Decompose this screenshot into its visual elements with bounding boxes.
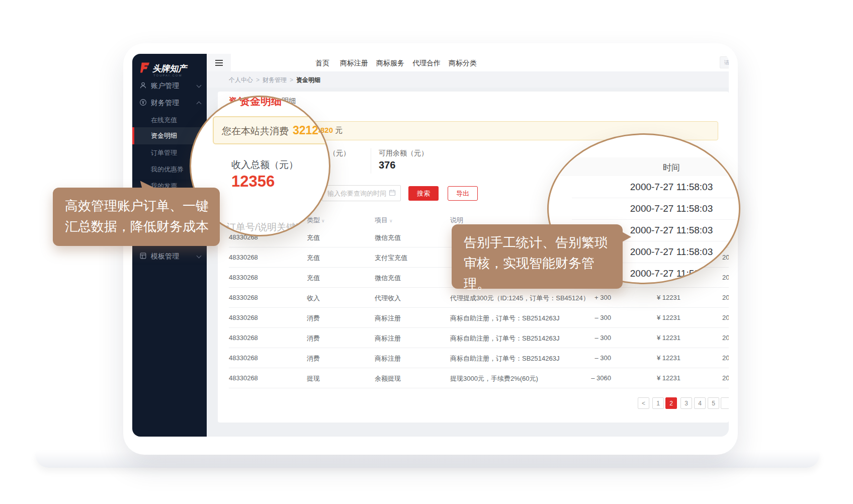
order-cell: 48330268 [229,254,258,261]
consumption-banner-text: 820 元 [320,126,343,135]
desc-cell: 商标自助注册，订单号：SB2514263J [450,314,559,323]
stat-middle-label-fragment: （元） [329,149,350,158]
time-cell: 2000-7-27 11:58:03 [722,334,729,342]
brand-logo-icon [140,66,150,75]
chevron-down-icon [197,83,202,88]
project-cell: 支付宝充值 [375,254,407,263]
chevron-up-icon [197,102,202,107]
nav-trademark-category[interactable]: 商标分类 [449,59,477,68]
type-cell: 收入 [307,294,320,303]
chevron-down-icon [197,254,202,259]
table-row[interactable]: 48330268 消费 商标注册 商标自助注册，订单号：SB2514263J –… [229,308,729,328]
nav-trademark-service[interactable]: 商标服务 [376,59,404,68]
search-input[interactable] [720,56,729,68]
magnified-time-row: 2000-7-27 11:58:03 [572,176,736,198]
pagination: < 1 2 3 4 5 [132,397,729,411]
project-cell: 商标注册 [375,354,401,363]
callout-right: 告别手工统计、告别繁琐 审核，实现智能财务管 理。 [452,224,623,289]
page-button-4[interactable]: 4 [694,397,706,409]
balance-value: 376 [379,159,395,171]
order-cell: 48330268 [229,334,258,342]
project-cell: 代理收入 [375,294,401,303]
calendar-icon [389,189,396,198]
order-cell: 48330268 [229,314,258,321]
template-icon [139,252,147,261]
table-row[interactable]: 48330268 消费 商标注册 商标自助注册，订单号：SB2514263J –… [229,348,729,368]
magnified-income-value: 12356 [231,173,275,191]
header-project[interactable]: 项目∨ [375,216,393,225]
order-cell: 48330268 [229,354,258,362]
header-type[interactable]: 类型∨ [307,216,325,225]
stat-divider [371,148,371,174]
sidebar-item-template[interactable]: 模板管理 [132,248,207,264]
sidebar-item-account[interactable]: 账户管理 [132,77,207,94]
type-cell: 消费 [307,354,320,363]
amount-cell: – 300 [561,354,611,362]
project-cell: 商标注册 [375,314,401,323]
table-row[interactable]: 48330268 提现 余额提现 提现3000元，手续费2%(60元) – 30… [229,368,729,388]
amount-cell: – 300 [561,334,611,342]
time-cell: 2000-7-27 11:58:03 [722,374,729,382]
breadcrumb: 个人中心>财务管理>资金明细 [229,76,320,85]
magnified-income-label: 收入总额（元） [231,158,298,172]
magnified-time-row: 2000-7-27 11:58:03 [572,198,736,220]
time-cell: 2000-7-27 11:58:03 [722,254,729,261]
page-button-5[interactable]: 5 [708,397,719,409]
balance-cell: ¥ 12231 [650,314,680,321]
magnified-tab-fragment: 资金明细 [239,96,282,108]
nav-trademark-register[interactable]: 商标注册 [340,59,368,68]
sidebar-item-label: 财务管理 [151,99,179,108]
hamburger-icon [215,60,223,61]
desc-cell: 提现3000元，手续费2%(60元) [450,374,538,383]
page-button-1[interactable]: 1 [652,397,664,409]
prev-page-button[interactable]: < [638,397,649,409]
breadcrumb-item[interactable]: 财务管理 [263,76,287,83]
time-cell: 2000-7-27 11:58:03 [722,354,729,362]
sidebar-item-finance[interactable]: 财务管理 [132,95,207,111]
nav-home[interactable]: 首页 [315,59,329,68]
project-cell: 微信充值 [375,233,401,242]
type-cell: 消费 [307,314,320,323]
sort-icon[interactable]: ∨ [321,218,325,223]
project-cell: 余额提现 [375,374,401,383]
desc-cell: 商标自助注册，订单号：SB2514263J [450,354,559,363]
page: 头牌知产 TOUPAI.COM 账户管理 财务管理 在线充值 [0,0,853,504]
sidebar-item-label: 模板管理 [151,252,179,261]
page-button-3[interactable]: 3 [680,397,692,409]
top-navbar: 首页 商标注册 商标服务 代理合作 商标分类 [207,54,729,72]
header-desc: 说明 [450,216,463,225]
export-button[interactable]: 导出 [448,186,478,201]
sort-icon[interactable]: ∨ [389,218,393,223]
sidebar-item-online-recharge[interactable]: 在线充值 [132,112,207,129]
callout-tail [621,231,631,242]
type-cell: 充值 [307,274,320,283]
breadcrumb-item[interactable]: 个人中心 [229,76,253,83]
brand-subtitle: TOUPAI.COM [153,74,182,77]
magnified-time-header: 时间 [604,162,739,174]
finance-icon [139,99,147,108]
balance-cell: ¥ 12231 [650,334,680,342]
callout-tail [140,178,156,192]
nav-agent-coop[interactable]: 代理合作 [412,59,441,68]
page-button-2-active[interactable]: 2 [665,397,677,409]
balance-label: 可用余额（元） [379,149,428,158]
order-cell: 48330268 [229,294,258,301]
breadcrumb-current: 资金明细 [296,76,320,83]
type-cell: 充值 [307,254,320,263]
balance-cell: ¥ 12231 [650,354,680,362]
time-cell: 2000-7-27 11:58:03 [722,314,729,321]
amount-cell: – 300 [561,314,611,321]
project-cell: 商标注册 [375,334,401,343]
balance-cell: ¥ 12231 [650,294,680,301]
menu-toggle[interactable] [207,54,231,71]
next-page-button-cut[interactable] [721,397,729,409]
brand-logo[interactable]: 头牌知产 TOUPAI.COM [140,62,201,75]
callout-left: 高效管理账户订单、一键 汇总数据，降低财务成本 [53,188,220,246]
user-icon [139,81,147,91]
table-row[interactable]: 48330268 消费 商标注册 商标自助注册，订单号：SB2514263J –… [229,328,729,348]
time-cell: 2000-7-27 11:58:03 [722,274,729,281]
breadcrumb-band: 个人中心>财务管理>资金明细 [207,71,729,88]
type-cell: 提现 [307,374,320,383]
type-cell: 消费 [307,334,320,343]
search-button[interactable]: 搜索 [408,186,439,201]
